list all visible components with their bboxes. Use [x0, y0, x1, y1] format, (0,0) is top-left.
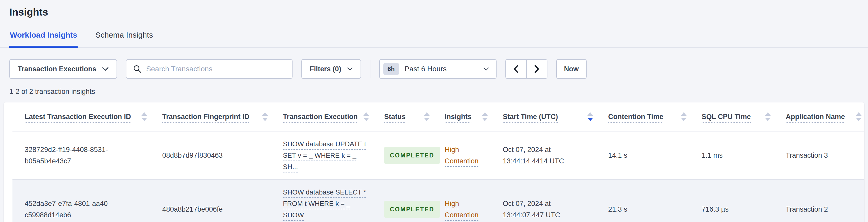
chevron-down-icon: [347, 67, 353, 71]
time-range-label: Past 6 Hours: [405, 65, 447, 73]
page-title: Insights: [0, 0, 868, 19]
sort-icon-descending-active: [587, 112, 593, 121]
transaction-execution-link[interactable]: SHOW database SELECT * FROM t WHERE k = …: [283, 188, 366, 222]
time-range-pager: [505, 59, 548, 79]
transaction-execution-link[interactable]: SHOW database UPDATE t SET v = _ WHERE k…: [283, 140, 366, 171]
toolbar-divider: [370, 60, 370, 78]
cell-fingerprint-id: 480a8b217be006fe: [150, 197, 271, 222]
sort-icon: [681, 112, 687, 121]
sort-icon: [424, 112, 430, 121]
sort-icon: [363, 112, 369, 121]
chevron-down-icon: [102, 67, 109, 71]
search-icon: [133, 65, 142, 73]
cell-start-time: Oct 07, 2024 at 13:44:07.447 UTC: [491, 191, 596, 222]
insight-high-contention-link[interactable]: High Contention: [445, 200, 478, 219]
column-header-latest-transaction-execution-id[interactable]: Latest Transaction Execution ID: [12, 102, 150, 131]
cell-sql-cpu-time: 1.1 ms: [689, 143, 774, 168]
workload-type-dropdown-label: Transaction Executions: [18, 65, 96, 73]
chevron-right-icon: [534, 65, 540, 73]
time-range-next-button[interactable]: [526, 59, 548, 79]
column-header-transaction-fingerprint-id[interactable]: Transaction Fingerprint ID: [150, 102, 271, 131]
cell-application-name: Transaction 2: [774, 197, 864, 222]
column-header-sql-cpu-time[interactable]: SQL CPU Time: [689, 102, 774, 131]
cell-contention-time: 21.3 s: [596, 197, 689, 222]
cell-contention-time: 14.1 s: [596, 143, 689, 168]
sort-icon: [482, 112, 488, 121]
cell-sql-cpu-time: 716.3 µs: [689, 197, 774, 222]
filters-dropdown-label: Filters (0): [310, 65, 341, 73]
table-row: 452da3e7-e7fa-4801-aa40- c59988d14eb6 48…: [12, 180, 864, 222]
search-box: [126, 59, 292, 79]
workload-type-dropdown[interactable]: Transaction Executions: [9, 59, 117, 79]
chevron-down-icon: [483, 67, 489, 71]
column-header-transaction-execution[interactable]: Transaction Execution: [271, 102, 372, 131]
cell-execution-id: 452da3e7-e7fa-4801-aa40- c59988d14eb6: [12, 191, 150, 222]
column-header-contention-time[interactable]: Contention Time: [596, 102, 689, 131]
table-row: 328729d2-ff19-4408-8531- b05a5b4e43c7 08…: [12, 131, 864, 180]
tab-schema-insights[interactable]: Schema Insights: [95, 30, 153, 48]
insights-table-card: Latest Transaction Execution ID Transact…: [4, 102, 864, 222]
chevron-left-icon: [513, 65, 519, 73]
cell-start-time: Oct 07, 2024 at 13:44:14.4414 UTC: [491, 137, 596, 173]
time-range-badge: 6h: [383, 63, 399, 75]
now-button[interactable]: Now: [556, 59, 587, 79]
cell-execution-id: 328729d2-ff19-4408-8531- b05a5b4e43c7: [12, 137, 150, 173]
column-header-start-time[interactable]: Start Time (UTC): [491, 102, 596, 131]
sort-icon: [141, 112, 148, 121]
column-header-application-name[interactable]: Application Name: [774, 102, 864, 131]
tab-workload-insights[interactable]: Workload Insights: [9, 30, 78, 48]
status-badge: COMPLETED: [384, 147, 440, 164]
transaction-insights-table: Latest Transaction Execution ID Transact…: [12, 102, 864, 222]
search-input[interactable]: [146, 65, 285, 73]
time-range-picker[interactable]: 6h Past 6 Hours: [379, 59, 497, 79]
sort-icon: [765, 112, 771, 121]
insight-high-contention-link[interactable]: High Contention: [445, 146, 478, 165]
cell-application-name: Transaction 3: [774, 143, 864, 168]
column-header-insights[interactable]: Insights: [432, 102, 491, 131]
status-badge: COMPLETED: [384, 201, 440, 218]
sort-icon: [262, 112, 268, 121]
insights-tabs: Workload Insights Schema Insights: [0, 30, 868, 48]
filters-dropdown[interactable]: Filters (0): [301, 59, 361, 79]
column-header-status[interactable]: Status: [372, 102, 432, 131]
time-range-prev-button[interactable]: [505, 59, 527, 79]
toolbar: Transaction Executions Filters (0) 6h Pa…: [9, 59, 868, 79]
results-summary: 1-2 of 2 transaction insights: [9, 88, 868, 96]
cell-fingerprint-id: 08d8b7d97f830463: [150, 143, 271, 168]
table-header-row: Latest Transaction Execution ID Transact…: [12, 102, 864, 131]
sort-icon: [856, 112, 862, 121]
